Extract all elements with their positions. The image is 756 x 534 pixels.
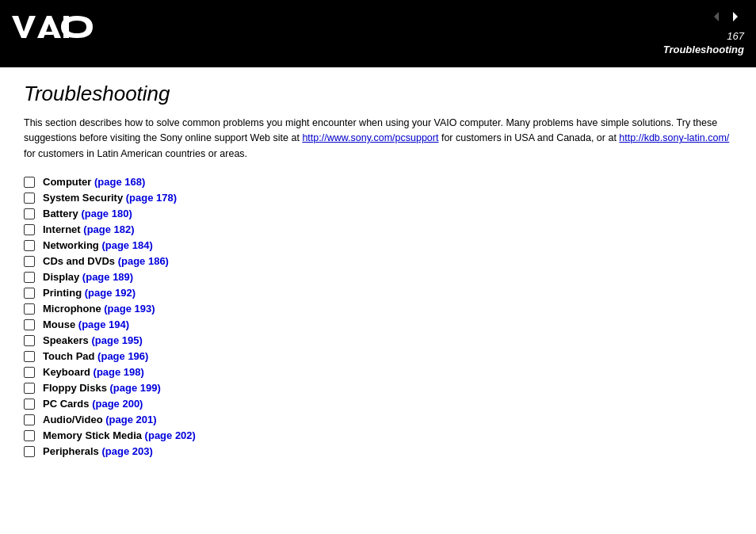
item-label: Microphone (page 193) — [43, 303, 155, 315]
item-label: Mouse (page 194) — [43, 318, 129, 330]
page-number: 167 — [727, 30, 744, 42]
item-label: Audio/Video (page 201) — [43, 414, 157, 425]
list-item: Microphone (page 193) — [24, 303, 732, 315]
list-item: Floppy Disks (page 199) — [24, 382, 732, 394]
item-page-link[interactable]: (page 189) — [82, 271, 133, 283]
item-page-link[interactable]: (page 194) — [78, 318, 129, 330]
list-item: Printing (page 192) — [24, 287, 732, 299]
prev-arrow[interactable] — [708, 8, 725, 25]
checkbox-icon — [24, 319, 35, 330]
list-item: Display (page 189) — [24, 271, 732, 283]
item-label: Keyboard (page 198) — [43, 366, 144, 378]
intro-text-end: for customers in Latin American countrie… — [24, 148, 247, 159]
svg-marker-5 — [733, 12, 738, 21]
sony-support-link[interactable]: http://www.sony.com/pcsupport — [302, 132, 438, 143]
checkbox-icon — [24, 256, 35, 267]
header-right: 167 Troubleshooting — [663, 8, 744, 55]
list-item: CDs and DVDs (page 186) — [24, 255, 732, 267]
next-arrow[interactable] — [727, 8, 744, 25]
list-item: Audio/Video (page 201) — [24, 414, 732, 425]
item-label: Memory Stick Media (page 202) — [43, 429, 196, 441]
item-page-link[interactable]: (page 201) — [105, 414, 156, 425]
item-page-link[interactable]: (page 198) — [94, 366, 144, 378]
checkbox-icon — [24, 383, 35, 394]
item-label: Networking (page 184) — [43, 239, 153, 251]
item-label: Speakers (page 195) — [43, 334, 143, 346]
checkbox-icon — [24, 351, 35, 362]
list-item: Speakers (page 195) — [24, 334, 732, 346]
checkbox-icon — [24, 414, 35, 425]
checkbox-icon — [24, 335, 35, 346]
list-item: System Security (page 178) — [24, 192, 732, 204]
item-page-link[interactable]: (page 203) — [101, 445, 152, 457]
checkbox-icon — [24, 446, 35, 457]
item-page-link[interactable]: (page 186) — [118, 255, 169, 267]
item-page-link[interactable]: (page 202) — [145, 429, 196, 441]
item-label: Touch Pad (page 196) — [43, 350, 148, 362]
list-item: Mouse (page 194) — [24, 318, 732, 330]
intro-paragraph: This section describes how to solve comm… — [24, 116, 732, 162]
item-page-link[interactable]: (page 180) — [81, 208, 132, 219]
list-item: Computer (page 168) — [24, 176, 732, 188]
header: 167 Troubleshooting — [0, 0, 756, 67]
checkbox-icon — [24, 367, 35, 378]
item-label: System Security (page 178) — [43, 192, 177, 204]
checkbox-icon — [24, 399, 35, 410]
item-page-link[interactable]: (page 193) — [104, 303, 155, 315]
item-label: CDs and DVDs (page 186) — [43, 255, 169, 267]
checkbox-icon — [24, 288, 35, 299]
list-item: Internet (page 182) — [24, 223, 732, 235]
page-title: Troubleshooting — [24, 82, 732, 106]
checkbox-icon — [24, 240, 35, 251]
intro-text-mid: for customers in USA and Canada, or at — [438, 132, 619, 143]
section-label: Troubleshooting — [663, 44, 744, 55]
item-page-link[interactable]: (page 199) — [110, 382, 161, 394]
item-page-link[interactable]: (page 196) — [97, 350, 148, 362]
checkbox-icon — [24, 430, 35, 441]
checkbox-icon — [24, 193, 35, 204]
list-item: Memory Stick Media (page 202) — [24, 429, 732, 441]
item-label: Battery (page 180) — [43, 208, 132, 219]
item-page-link[interactable]: (page 200) — [92, 398, 143, 410]
list-item: PC Cards (page 200) — [24, 398, 732, 410]
item-label: PC Cards (page 200) — [43, 398, 143, 410]
svg-rect-2 — [42, 32, 53, 35]
item-label: Computer (page 168) — [43, 176, 145, 188]
item-label: Printing (page 192) — [43, 287, 136, 299]
list-item: Battery (page 180) — [24, 208, 732, 219]
list-item: Keyboard (page 198) — [24, 366, 732, 378]
list-item: Peripherals (page 203) — [24, 445, 732, 457]
list-item: Networking (page 184) — [24, 239, 732, 251]
item-label: Display (page 189) — [43, 271, 133, 283]
checkbox-icon — [24, 177, 35, 188]
item-page-link[interactable]: (page 192) — [85, 287, 136, 299]
sony-latin-link[interactable]: http://kdb.sony-latin.com/ — [619, 132, 729, 143]
checkbox-icon — [24, 272, 35, 283]
item-label: Peripherals (page 203) — [43, 445, 153, 457]
item-page-link[interactable]: (page 182) — [83, 223, 134, 235]
item-label: Internet (page 182) — [43, 223, 135, 235]
svg-marker-4 — [714, 12, 719, 21]
list-item: Touch Pad (page 196) — [24, 350, 732, 362]
vaio-logo — [12, 11, 99, 43]
checkbox-icon — [24, 208, 35, 219]
toc-list: Computer (page 168)System Security (page… — [24, 176, 732, 457]
checkbox-icon — [24, 224, 35, 235]
nav-arrows[interactable] — [708, 8, 744, 25]
item-page-link[interactable]: (page 168) — [94, 176, 145, 188]
checkbox-icon — [24, 303, 35, 315]
main-content: Troubleshooting This section describes h… — [0, 67, 756, 477]
item-label: Floppy Disks (page 199) — [43, 382, 161, 394]
item-page-link[interactable]: (page 195) — [91, 334, 142, 346]
svg-marker-0 — [12, 16, 36, 38]
item-page-link[interactable]: (page 184) — [101, 239, 152, 251]
item-page-link[interactable]: (page 178) — [126, 192, 177, 204]
